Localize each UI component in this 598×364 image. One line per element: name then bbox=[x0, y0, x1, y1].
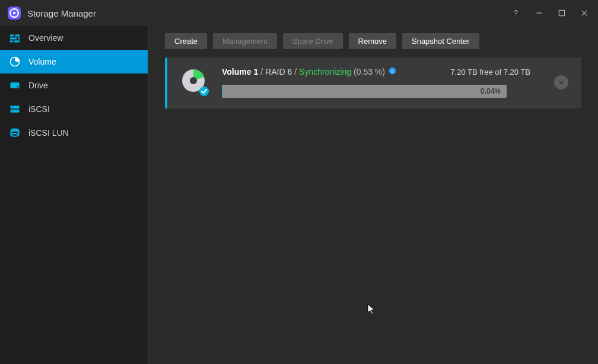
svg-rect-9 bbox=[559, 10, 564, 15]
svg-point-29 bbox=[199, 87, 209, 96]
maximize-icon[interactable] bbox=[555, 7, 568, 20]
sidebar-item-drive[interactable]: Drive bbox=[0, 74, 148, 97]
minimize-icon[interactable] bbox=[533, 7, 546, 20]
svg-rect-21 bbox=[11, 110, 20, 113]
sidebar: Overview Volume Drive bbox=[0, 26, 148, 364]
iscsi-icon bbox=[8, 103, 21, 116]
remove-button[interactable]: Remove bbox=[349, 33, 396, 49]
spare-drive-button: Spare Drive bbox=[283, 33, 343, 49]
svg-point-26 bbox=[11, 131, 18, 134]
info-icon[interactable]: i bbox=[389, 67, 396, 76]
svg-point-3 bbox=[14, 8, 15, 10]
sidebar-item-volume[interactable]: Volume bbox=[0, 50, 148, 74]
volume-body: Volume 1 / RAID 6 / Synchronizing (0.53 … bbox=[222, 67, 546, 98]
svg-point-23 bbox=[12, 111, 13, 112]
snapshot-center-button[interactable]: Snapshot Center bbox=[402, 33, 479, 49]
sidebar-item-label: iSCSI bbox=[28, 104, 50, 114]
svg-rect-20 bbox=[11, 106, 20, 108]
window-controls: ? bbox=[510, 7, 591, 20]
svg-point-28 bbox=[190, 77, 197, 84]
overview-icon bbox=[8, 31, 21, 44]
management-button: Management bbox=[213, 33, 277, 49]
volume-card[interactable]: Volume 1 / RAID 6 / Synchronizing (0.53 … bbox=[165, 58, 581, 108]
svg-rect-14 bbox=[10, 40, 13, 42]
svg-rect-11 bbox=[15, 34, 20, 36]
svg-text:i: i bbox=[392, 69, 393, 74]
svg-rect-13 bbox=[18, 37, 20, 39]
sidebar-item-overview[interactable]: Overview bbox=[0, 26, 148, 50]
svg-point-5 bbox=[14, 16, 15, 18]
drive-icon bbox=[8, 79, 21, 92]
help-icon[interactable]: ? bbox=[510, 7, 523, 20]
volume-header: Volume 1 / RAID 6 / Synchronizing (0.53 … bbox=[222, 67, 546, 76]
sidebar-item-label: Volume bbox=[28, 57, 56, 66]
svg-rect-12 bbox=[10, 37, 17, 39]
svg-rect-10 bbox=[10, 34, 14, 36]
svg-text:?: ? bbox=[514, 9, 518, 17]
svg-rect-15 bbox=[14, 40, 20, 42]
svg-rect-8 bbox=[536, 12, 542, 13]
svg-point-6 bbox=[9, 12, 11, 14]
iscsi-lun-icon bbox=[8, 126, 21, 139]
main-content: Create Management Spare Drive Remove Sna… bbox=[148, 26, 598, 364]
close-icon[interactable] bbox=[578, 7, 591, 20]
volume-name: Volume 1 bbox=[222, 67, 258, 76]
separator: / bbox=[260, 67, 263, 76]
usage-label: 0.04% bbox=[481, 87, 501, 95]
svg-point-19 bbox=[17, 86, 18, 87]
sidebar-item-label: Overview bbox=[28, 33, 63, 43]
volume-disk-icon bbox=[180, 68, 210, 97]
sidebar-item-iscsi-lun[interactable]: iSCSI LUN bbox=[0, 121, 148, 145]
app-icon bbox=[7, 6, 21, 20]
toolbar: Create Management Spare Drive Remove Sna… bbox=[165, 33, 581, 49]
usage-progress: 0.04% bbox=[222, 85, 507, 98]
window-title: Storage Manager bbox=[27, 8, 510, 18]
svg-point-22 bbox=[12, 107, 13, 108]
separator: / bbox=[294, 67, 297, 76]
volume-raid: RAID 6 bbox=[265, 67, 292, 76]
sidebar-item-label: iSCSI LUN bbox=[28, 128, 69, 138]
volume-status: Synchronizing bbox=[299, 67, 351, 76]
svg-point-17 bbox=[14, 60, 15, 62]
create-button[interactable]: Create bbox=[165, 33, 207, 49]
volume-icon bbox=[8, 55, 21, 68]
window-titlebar: Storage Manager ? bbox=[0, 0, 598, 26]
svg-point-2 bbox=[13, 12, 15, 14]
expand-icon[interactable] bbox=[554, 75, 568, 90]
volume-free: 7.20 TB free of 7.20 TB bbox=[450, 68, 530, 76]
sidebar-item-label: Drive bbox=[28, 81, 48, 90]
svg-point-4 bbox=[17, 12, 19, 14]
sidebar-item-iscsi[interactable]: iSCSI bbox=[0, 97, 148, 121]
volume-status-pct: (0.53 %) bbox=[354, 67, 385, 76]
